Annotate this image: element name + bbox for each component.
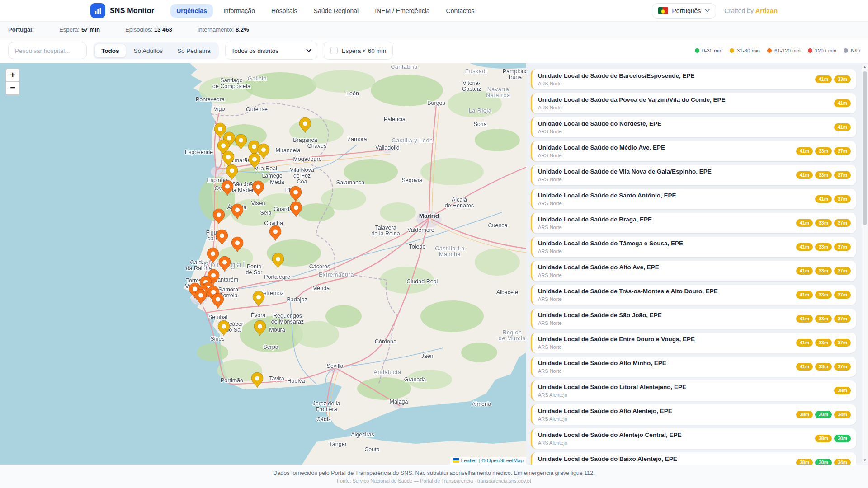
nav-item-inem-emerg-ncia[interactable]: INEM / Emergência [369, 4, 435, 18]
svg-text:Cáceres: Cáceres [309, 263, 330, 270]
search-input[interactable] [8, 42, 87, 59]
wait-badges: 41m33m37m [796, 267, 851, 275]
svg-text:Zamora: Zamora [347, 136, 367, 142]
nav-item-contactos[interactable]: Contactos [440, 4, 481, 18]
wait-under-60-filter[interactable]: Espera < 60 min [324, 42, 393, 60]
legend-item-120-min: 120+ min [808, 48, 837, 53]
hospital-card[interactable]: Unidade Local de Saúde da Póvoa de Varzi… [531, 93, 856, 113]
wait-time-legend: 0-30 min31-60 min61-120 min120+ minN/D [695, 48, 860, 53]
hospital-card[interactable]: Unidade Local de Saúde de Barcelos/Espos… [531, 69, 856, 89]
wait-under-60-checkbox[interactable] [330, 47, 338, 54]
svg-text:Cantabria: Cantabria [391, 64, 418, 70]
openstreetmap-link[interactable]: © OpenStreetMap [481, 458, 524, 463]
wait-badge: 41m [834, 123, 851, 131]
svg-text:Segovia: Segovia [401, 177, 422, 183]
svg-text:Vila Real: Vila Real [255, 165, 277, 172]
language-selector[interactable]: Português [652, 3, 717, 19]
hospital-name: Unidade Local de Saúde de Santo António,… [538, 192, 676, 200]
svg-text:Cádiz: Cádiz [316, 416, 331, 422]
nav-item-hospitais[interactable]: Hospitais [265, 4, 303, 18]
svg-text:Palencia: Palencia [384, 116, 406, 122]
hospital-card[interactable]: Unidade Local de Saúde do Médio Ave, EPE… [531, 141, 856, 161]
district-select-input[interactable]: Todos os distritos [231, 47, 311, 54]
svg-text:Andalucía: Andalucía [374, 369, 401, 375]
wait-badges: 38m30m34m [796, 459, 851, 465]
svg-text:Valdemoro: Valdemoro [407, 227, 434, 233]
wait-badge: 33m [815, 291, 832, 299]
map-canvas[interactable]: CantabriaEuskadiPamplonaIruñaVitoria-Gas… [0, 63, 526, 465]
wait-badge: 33m [815, 339, 832, 347]
hospital-card[interactable]: Unidade Local de Saúde do Alto Minho, EP… [531, 357, 856, 377]
wait-badge: 41m [796, 243, 813, 251]
svg-text:Valladolid: Valladolid [375, 145, 399, 151]
hospital-region: ARS Norte [538, 81, 695, 86]
zoom-out-button[interactable]: − [6, 82, 19, 94]
nav-item-informa-o[interactable]: Informação [217, 4, 261, 18]
hospital-card[interactable]: Unidade Local de Saúde de São João, EPEA… [531, 309, 856, 329]
wait-badge: 38m [796, 459, 813, 465]
hospital-name: Unidade Local de Saúde do Tâmega e Sousa… [538, 240, 683, 248]
legend-item-31-60-min: 31-60 min [730, 48, 760, 53]
leaflet-link[interactable]: Leaflet [461, 458, 477, 463]
hospital-card[interactable]: Unidade Local de Saúde de Braga, EPEARS … [531, 213, 856, 233]
district-select[interactable]: Todos os distritos [225, 42, 317, 60]
svg-text:Almería: Almería [472, 401, 491, 407]
svg-text:La Rioja: La Rioja [469, 108, 492, 114]
audience-segmented-control: TodosSó AdultosSó Pediatria [93, 42, 219, 59]
hospital-card[interactable]: Unidade Local de Saúde de Trás-os-Montes… [531, 285, 856, 305]
svg-text:Algeciras: Algeciras [351, 432, 374, 438]
filter-toolbar: TodosSó AdultosSó Pediatria Todos os dis… [0, 38, 868, 63]
hospital-name: Unidade Local de Saúde de Braga, EPE [538, 216, 652, 224]
hospital-card[interactable]: Unidade Local de Saúde de Vila Nova de G… [531, 165, 856, 185]
list-scrollbar[interactable]: ▲ ▼ [862, 64, 868, 464]
wait-under-60-label: Espera < 60 min [342, 47, 387, 54]
scrollbar-thumb[interactable] [863, 71, 867, 225]
svg-text:Lamego: Lamego [262, 173, 282, 179]
map-zoom-control: + − [5, 68, 20, 95]
wait-badge: 33m [815, 147, 832, 155]
hospital-card[interactable]: Unidade Local de Saúde do Alentejo Centr… [531, 428, 856, 449]
hospital-region: ARS Norte [538, 368, 666, 374]
hospital-card[interactable]: Unidade Local de Saúde do Litoral Alente… [531, 380, 856, 401]
wait-badge: 37m [834, 339, 851, 347]
wait-badges: 41m33m37m [796, 147, 851, 155]
svg-text:Tavira: Tavira [269, 375, 284, 382]
svg-text:Mêda: Mêda [270, 179, 284, 185]
wait-badge: 37m [834, 243, 851, 251]
zoom-in-button[interactable]: + [6, 69, 19, 82]
hospital-card[interactable]: Unidade Local de Saúde do Nordeste, EPEA… [531, 117, 856, 137]
segment-s-adultos[interactable]: Só Adultos [127, 44, 170, 58]
source-link[interactable]: transparencia.sns.gov.pt [477, 478, 531, 483]
hospital-list-panel: Unidade Local de Saúde de Barcelos/Espos… [526, 63, 868, 465]
svg-text:Salamanca: Salamanca [336, 179, 365, 186]
hospital-region: ARS Alentejo [538, 440, 682, 446]
hospital-card[interactable]: Unidade Local de Saúde do Alto Alentejo,… [531, 404, 856, 425]
nav-item-urg-ncias[interactable]: Urgências [170, 4, 213, 18]
hospital-name: Unidade Local de Saúde do Alto Minho, EP… [538, 360, 666, 367]
svg-text:Euskadi: Euskadi [465, 68, 487, 75]
hospital-card[interactable]: Unidade Local de Saúde do Alto Ave, EPEA… [531, 261, 856, 281]
page-footer: Dados fornecidos pelo Portal de Transpar… [0, 465, 868, 488]
segment-s-pediatria[interactable]: Só Pediatria [170, 44, 217, 58]
artizan-brand[interactable]: Artizan [755, 7, 778, 14]
hospital-region: ARS Norte [538, 272, 659, 278]
nav-item-sa-de-regional[interactable]: Saúde Regional [308, 4, 365, 18]
leaflet-map[interactable]: CantabriaEuskadiPamplonaIruñaVitoria-Gas… [0, 63, 526, 465]
wait-badge: 38m [834, 387, 851, 394]
svg-text:Esposende: Esposende [185, 149, 213, 155]
hospital-card[interactable]: Unidade Local de Saúde do Baixo Alentejo… [531, 452, 856, 465]
source-text: Fonte: Serviço Nacional de Saúde — Porta… [337, 478, 531, 483]
segment-todos[interactable]: Todos [94, 44, 126, 58]
brand[interactable]: SNS Monitor [90, 3, 154, 18]
hospital-card[interactable]: Unidade Local de Saúde de Entre Douro e … [531, 333, 856, 353]
svg-text:Albacete: Albacete [496, 289, 519, 296]
scroll-down-icon[interactable]: ▼ [862, 457, 868, 464]
hospital-card[interactable]: Unidade Local de Saúde do Tâmega e Sousa… [531, 237, 856, 257]
svg-text:Portalegre: Portalegre [264, 274, 290, 280]
svg-text:Ourense: Ourense [246, 106, 268, 113]
stats-country-label: Portugal: [8, 26, 34, 33]
scroll-up-icon[interactable]: ▲ [862, 64, 868, 70]
wait-badge: 34m [834, 459, 851, 465]
svg-text:Tánger: Tánger [329, 441, 347, 447]
hospital-card[interactable]: Unidade Local de Saúde de Santo António,… [531, 189, 856, 209]
